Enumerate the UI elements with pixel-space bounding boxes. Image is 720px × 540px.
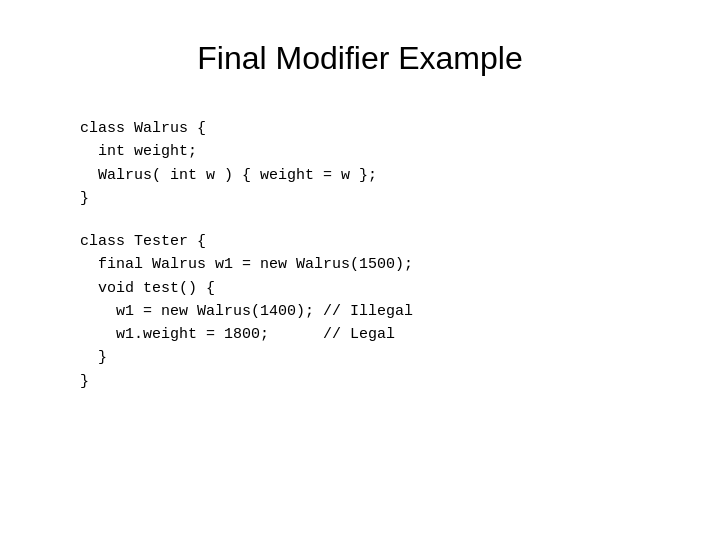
slide: Final Modifier Example class Walrus { in… bbox=[0, 0, 720, 540]
code-line-1-4: } bbox=[80, 187, 660, 210]
code-section-1: class Walrus { int weight; Walrus( int w… bbox=[80, 117, 660, 210]
code-block: class Walrus { int weight; Walrus( int w… bbox=[60, 117, 660, 413]
code-line-2-3: void test() { bbox=[80, 277, 660, 300]
code-line-2-5: w1.weight = 1800; // Legal bbox=[80, 323, 660, 346]
code-line-1-2: int weight; bbox=[80, 140, 660, 163]
code-line-1-3: Walrus( int w ) { weight = w }; bbox=[80, 164, 660, 187]
code-line-2-2: final Walrus w1 = new Walrus(1500); bbox=[80, 253, 660, 276]
code-line-2-7: } bbox=[80, 370, 660, 393]
code-line-1-1: class Walrus { bbox=[80, 117, 660, 140]
slide-title: Final Modifier Example bbox=[197, 40, 522, 77]
code-line-2-1: class Tester { bbox=[80, 230, 660, 253]
code-line-2-6: } bbox=[80, 346, 660, 369]
code-section-2: class Tester { final Walrus w1 = new Wal… bbox=[80, 230, 660, 393]
code-line-2-4: w1 = new Walrus(1400); // Illegal bbox=[80, 300, 660, 323]
